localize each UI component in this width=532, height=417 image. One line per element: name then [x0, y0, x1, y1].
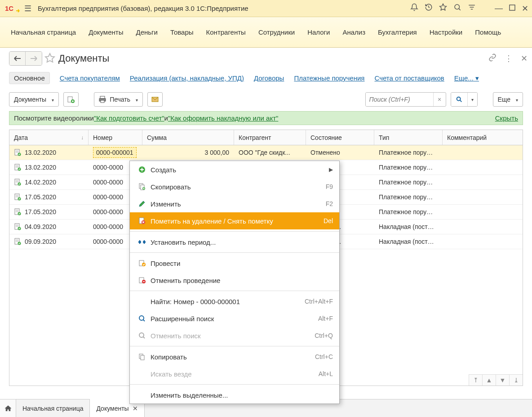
ctx-item[interactable]: Отменить проведение — [130, 272, 339, 289]
submenu-arrow-icon: ▶ — [329, 166, 333, 173]
ctx-icon — [136, 217, 148, 224]
ctx-shortcut: Alt+F — [318, 315, 333, 322]
grid-down-icon[interactable]: ▼ — [496, 375, 509, 386]
link-customer-invoices[interactable]: Счета покупателям — [60, 74, 120, 82]
kebab-icon[interactable]: ⋮ — [505, 54, 513, 63]
more-button[interactable]: Еще — [493, 92, 523, 107]
tip-link-1[interactable]: "Как подготовить счет" — [94, 114, 164, 122]
section-settings[interactable]: Настройки — [423, 25, 469, 40]
section-analysis[interactable]: Анализ — [336, 25, 372, 40]
grid-last-icon[interactable]: ⤓ — [509, 375, 523, 386]
search-dropdown-button[interactable]: ▾ — [467, 93, 477, 106]
search-icon[interactable] — [453, 3, 461, 13]
link-supplier-invoices[interactable]: Счета от поставщиков — [375, 74, 444, 82]
tip-hide[interactable]: Скрыть — [495, 114, 518, 122]
ctx-item[interactable]: Провести — [130, 255, 339, 272]
favorite-star-icon[interactable] — [42, 53, 58, 65]
svg-line-46 — [143, 337, 145, 339]
tip-mid: и — [164, 114, 168, 122]
ctx-label: Отменить поиск — [148, 332, 315, 340]
section-money[interactable]: Деньги — [129, 25, 164, 40]
tip-link-2[interactable]: "Как оформить накладную или акт" — [168, 114, 278, 122]
tab-start-page[interactable]: Начальная страница — [16, 399, 90, 417]
ctx-item[interactable]: ИзменитьF2 — [130, 195, 339, 212]
ctx-icon — [136, 332, 148, 339]
star-icon[interactable] — [439, 3, 447, 13]
ctx-item[interactable]: Расширенный поискAlt+F — [130, 310, 339, 327]
sort-indicator-icon: ↓ — [81, 135, 84, 141]
ctx-item[interactable]: Найти: Номер - 0000-000001Ctrl+Alt+F — [130, 293, 339, 310]
section-taxes[interactable]: Налоги — [301, 25, 336, 40]
ctx-item[interactable]: Пометить на удаление / Снять пометкуDel — [130, 212, 339, 229]
history-icon[interactable] — [425, 3, 433, 13]
grid-first-icon[interactable]: ⤒ — [469, 375, 482, 386]
section-employees[interactable]: Сотрудники — [252, 25, 301, 40]
table-row[interactable]: 13.02.20200000-0000013 000,00ООО "Где ск… — [9, 145, 523, 160]
ctx-label: Расширенный поиск — [148, 315, 318, 323]
documents-dropdown-button[interactable]: Документы — [9, 92, 59, 107]
col-number[interactable]: Номер — [89, 130, 142, 145]
forward-button[interactable] — [26, 52, 42, 65]
close-icon[interactable]: ✕ — [522, 4, 528, 13]
ctx-item[interactable]: Установить период... — [130, 233, 339, 251]
search-input[interactable] — [366, 93, 433, 106]
filter-lines-icon[interactable] — [468, 3, 476, 13]
mail-button[interactable] — [147, 92, 163, 107]
search-button[interactable] — [451, 93, 467, 106]
ctx-icon — [136, 200, 148, 207]
create-button[interactable] — [63, 92, 79, 107]
page-title: Документы — [58, 53, 488, 64]
ctx-shortcut: F2 — [326, 200, 333, 207]
section-counterparties[interactable]: Контрагенты — [200, 25, 252, 40]
ctx-shortcut: Del — [324, 217, 333, 224]
ctx-shortcut: Alt+L — [319, 370, 333, 377]
ctx-label: Установить период... — [148, 238, 333, 246]
tip-strip: Посмотрите видеоролики "Как подготовить … — [9, 111, 523, 125]
hamburger-icon[interactable]: ☰ — [22, 4, 34, 13]
grid-header: Дата↓ Номер Сумма Контрагент Состояние Т… — [9, 130, 523, 145]
col-type[interactable]: Тип — [374, 130, 443, 145]
col-date[interactable]: Дата↓ — [9, 130, 89, 145]
link-icon[interactable] — [488, 54, 497, 64]
search-clear-button[interactable]: × — [433, 93, 446, 106]
svg-line-16 — [460, 100, 461, 102]
ctx-item[interactable]: Изменить выделенные... — [130, 386, 339, 404]
search-button-group: ▾ — [451, 92, 478, 107]
ctx-icon — [136, 353, 148, 360]
svg-rect-13 — [101, 100, 104, 103]
link-contracts[interactable]: Договоры — [254, 74, 284, 82]
ctx-icon — [136, 315, 148, 322]
minimize-icon[interactable]: — — [495, 4, 503, 13]
section-start[interactable]: Начальная страница — [4, 25, 82, 40]
tab-main[interactable]: Основное — [9, 72, 50, 84]
link-payment-orders[interactable]: Платежные поручения — [294, 74, 364, 82]
ctx-shortcut: F9 — [326, 183, 333, 190]
ctx-label: Создать — [148, 166, 329, 174]
section-goods[interactable]: Товары — [164, 25, 200, 40]
more-link[interactable]: Еще... — [454, 74, 479, 82]
link-sales[interactable]: Реализация (акты, накладные, УПД) — [130, 74, 244, 82]
search-box: × — [365, 92, 446, 107]
ctx-item[interactable]: Создать▶ — [130, 161, 339, 178]
close-tab-icon[interactable]: ✕ — [521, 54, 528, 63]
section-help[interactable]: Помощь — [469, 25, 507, 40]
grid-up-icon[interactable]: ▲ — [482, 375, 496, 386]
maximize-icon[interactable] — [509, 4, 515, 13]
svg-marker-8 — [45, 54, 54, 62]
ctx-item[interactable]: КопироватьCtrl+C — [130, 348, 339, 365]
print-button[interactable]: Печать — [94, 92, 143, 107]
bell-icon[interactable] — [410, 3, 418, 13]
svg-marker-1 — [440, 4, 447, 10]
ctx-label: Найти: Номер - 0000-000001 — [148, 298, 305, 305]
col-comment[interactable]: Комментарий — [443, 130, 523, 145]
home-icon[interactable] — [0, 399, 16, 417]
back-button[interactable] — [9, 52, 26, 65]
col-state[interactable]: Состояние — [306, 130, 374, 145]
svg-point-38 — [143, 241, 145, 243]
ctx-item[interactable]: СкопироватьF9 — [130, 178, 339, 195]
section-documents[interactable]: Документы — [82, 25, 129, 40]
col-sum[interactable]: Сумма — [142, 130, 234, 145]
tab-close-icon[interactable]: ✕ — [133, 405, 138, 412]
col-counterparty[interactable]: Контрагент — [234, 130, 306, 145]
section-accounting[interactable]: Бухгалтерия — [372, 25, 423, 40]
